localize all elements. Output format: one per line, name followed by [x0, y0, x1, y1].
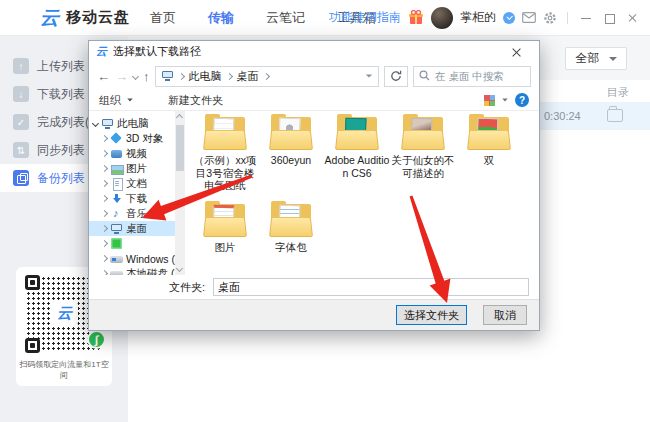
dialog-close-icon[interactable]	[502, 43, 532, 61]
scroll-down-icon[interactable]	[176, 265, 183, 272]
username[interactable]: 掌柜的	[460, 9, 496, 26]
back-icon[interactable]: ←	[97, 70, 110, 83]
settings-gear-icon[interactable]	[543, 11, 557, 25]
pictures-icon	[110, 163, 123, 175]
chevron-down-icon	[127, 99, 133, 102]
tree-item-documents[interactable]: 文档	[89, 176, 175, 191]
folder-name-input[interactable]	[213, 278, 529, 296]
filter-all-dropdown[interactable]: 全部	[565, 47, 627, 70]
tree-item-green-app[interactable]	[89, 236, 175, 251]
folder-icon	[333, 114, 381, 152]
chevron-right-icon[interactable]	[101, 180, 108, 187]
scrollbar-thumb[interactable]	[176, 125, 184, 171]
search-input[interactable]	[435, 70, 525, 82]
search-icon	[419, 70, 430, 83]
music-icon	[110, 208, 123, 220]
breadcrumb-this-pc[interactable]: 此电脑	[189, 69, 222, 84]
folder-name-row: 文件夹:	[89, 275, 539, 299]
nav-home[interactable]: 首页	[150, 9, 176, 27]
documents-icon	[110, 178, 123, 190]
tree-item-3d-objects[interactable]: 3D 对象	[89, 131, 175, 146]
message-icon[interactable]	[522, 12, 536, 23]
avatar[interactable]	[431, 7, 453, 29]
forward-icon[interactable]: →	[115, 70, 128, 83]
tree-item-local-disk-d[interactable]: 本地磁盘 (D:)	[89, 266, 175, 275]
new-folder-button[interactable]: 新建文件夹	[168, 93, 223, 108]
chevron-right-icon	[262, 72, 269, 79]
tree-item-videos[interactable]: 视频	[89, 146, 175, 161]
downloads-icon	[110, 193, 123, 205]
chevron-right-icon[interactable]	[101, 150, 108, 157]
folder-item-fairy[interactable]: 关于仙女的不可描述的	[390, 114, 456, 192]
videos-icon	[110, 148, 123, 160]
cancel-button[interactable]: 取消	[483, 305, 527, 325]
app-title: 移动云盘	[66, 8, 130, 27]
chevron-right-icon[interactable]	[101, 210, 108, 217]
tree-item-pictures[interactable]: 图片	[89, 161, 175, 176]
column-header-directory: 目录	[607, 85, 629, 100]
chevron-right-icon[interactable]	[101, 255, 108, 262]
qr-finder-icon	[25, 275, 40, 290]
drive-icon	[110, 268, 123, 276]
dialog-nav-bar: ← → ↑ 此电脑 桌面	[89, 62, 539, 90]
breadcrumb-desktop[interactable]: 桌面	[237, 69, 259, 84]
tree-item-downloads[interactable]: 下载	[89, 191, 175, 206]
dialog-toolbar: 组织 新建文件夹	[89, 90, 539, 111]
nav-notes[interactable]: 云笔记	[266, 9, 305, 27]
view-mode-icon[interactable]	[484, 95, 495, 106]
dialog-app-icon	[96, 44, 107, 59]
scroll-up-icon[interactable]	[176, 114, 183, 121]
history-chevron-icon[interactable]	[132, 72, 139, 79]
qr-cloud-logo-icon	[51, 302, 78, 325]
tree-item-windows-c[interactable]: Windows (C:)	[89, 251, 175, 266]
guide-link[interactable]: 功能使用指南	[329, 9, 401, 26]
up-icon[interactable]: ↑	[143, 70, 150, 83]
chevron-right-icon[interactable]	[101, 225, 108, 232]
folder-item-pictures[interactable]: 图片	[192, 201, 258, 254]
chevron-right-icon[interactable]	[101, 270, 108, 275]
gift-icon[interactable]	[408, 10, 424, 25]
desktop-icon	[110, 223, 123, 235]
tree-item-music[interactable]: 音乐	[89, 206, 175, 221]
nav-transfer[interactable]: 传输	[208, 9, 234, 27]
close-button[interactable]	[624, 10, 640, 26]
chevron-down-icon[interactable]	[92, 120, 99, 127]
address-bar[interactable]: 此电脑 桌面	[155, 66, 380, 87]
tree-scrollbar[interactable]	[175, 111, 185, 275]
maximize-button[interactable]	[601, 10, 617, 26]
folder-item-shuang[interactable]: 双	[456, 114, 522, 192]
check-icon: ✓	[13, 114, 29, 130]
computer-icon	[101, 118, 114, 130]
folder-item-font-pack[interactable]: 字体包	[258, 201, 324, 254]
folder-item-sample-project[interactable]: （示例）xx项目3号宿舍楼电气图纸	[192, 114, 258, 192]
chevron-down-icon	[609, 57, 617, 61]
tree-item-this-pc[interactable]: 此电脑	[89, 116, 175, 131]
folder-icon	[201, 201, 249, 239]
chevron-down-icon[interactable]	[502, 99, 508, 102]
top-bar: 移动云盘 首页 传输 云笔记 工具箱 功能使用指南 掌柜的	[0, 0, 650, 36]
folder-item-360eyun[interactable]: 360eyun	[258, 114, 324, 192]
folder-icon	[201, 114, 249, 152]
chevron-right-icon[interactable]	[101, 195, 108, 202]
backup-icon	[13, 170, 29, 186]
green-app-icon	[110, 238, 123, 250]
chevron-right-icon	[177, 72, 184, 79]
qr-app-badge-icon	[87, 330, 106, 349]
refresh-button[interactable]	[384, 66, 408, 87]
search-box	[413, 66, 531, 87]
chevron-right-icon[interactable]	[101, 165, 108, 172]
chevron-right-icon[interactable]	[101, 135, 108, 142]
minimize-button[interactable]	[578, 10, 594, 26]
chevron-right-icon[interactable]	[101, 240, 108, 247]
folder-icon	[267, 114, 315, 152]
folder-icon	[267, 201, 315, 239]
help-icon[interactable]	[515, 93, 529, 107]
folder-item-adobe-audition[interactable]: Adobe Audition CS6	[324, 114, 390, 192]
organize-button[interactable]: 组织	[99, 93, 134, 108]
cloud-logo-icon	[40, 5, 59, 31]
dialog-title-bar: 选择默认下载路径	[89, 41, 539, 62]
folder-icon	[465, 114, 513, 152]
address-dropdown-icon[interactable]	[366, 74, 372, 77]
tree-item-desktop[interactable]: 桌面	[89, 221, 175, 236]
select-folder-button[interactable]: 选择文件夹	[396, 305, 467, 325]
